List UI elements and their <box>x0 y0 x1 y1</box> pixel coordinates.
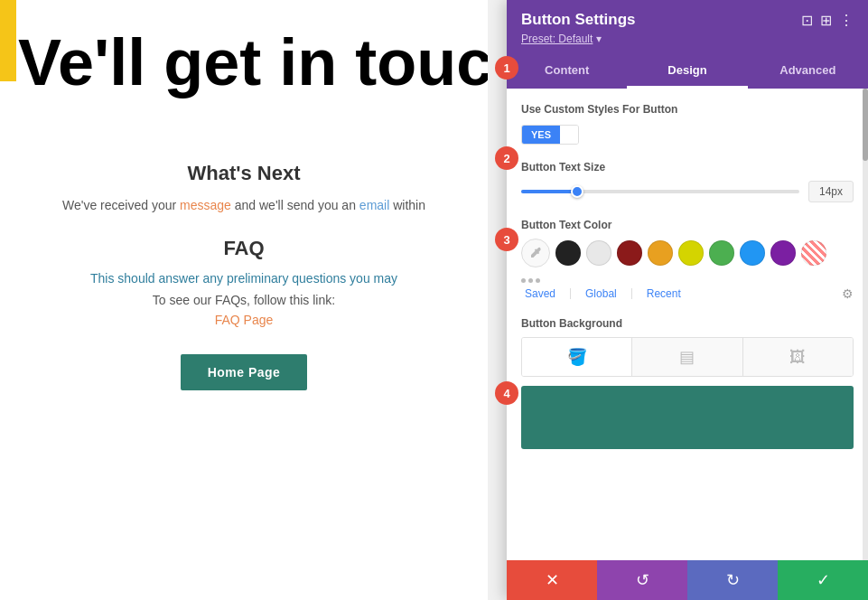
faq-page-link[interactable]: FAQ Page <box>27 313 461 327</box>
step-2-circle: 2 <box>495 146 518 170</box>
redo-button[interactable]: ↻ <box>687 560 778 600</box>
whats-next-title: What's Next <box>27 162 461 185</box>
panel-body: Use Custom Styles For Button YES Button … <box>507 89 868 560</box>
bg-option-image[interactable]: 🖼 <box>743 338 853 376</box>
cancel-button[interactable]: ✕ <box>507 560 597 600</box>
custom-styles-section: Use Custom Styles For Button YES <box>521 103 854 145</box>
bg-color-preview[interactable] <box>521 386 854 449</box>
faq-link-intro: To see our FAQs, follow this link: <box>27 293 461 307</box>
undo-icon: ↺ <box>636 570 649 590</box>
tab-content[interactable]: Content <box>507 54 627 89</box>
eyedropper-icon[interactable] <box>521 239 550 267</box>
color-swatches-row <box>521 239 854 267</box>
slider-thumb[interactable] <box>571 185 583 198</box>
image-icon: 🖼 <box>789 348 806 367</box>
faq-description: This should answer any preliminary quest… <box>27 271 461 286</box>
tab-divider-2 <box>631 288 632 299</box>
main-content: What's Next We've received your message … <box>0 108 488 417</box>
step-3-circle: 3 <box>495 228 518 251</box>
confirm-icon: ✓ <box>817 570 830 590</box>
color-swatch-blue[interactable] <box>740 240 765 266</box>
color-swatch-purple[interactable] <box>770 240 796 266</box>
paint-bucket-icon: 🪣 <box>567 347 587 367</box>
color-settings-gear-icon[interactable]: ⚙ <box>842 286 854 301</box>
panel-footer: ✕ ↺ ↻ ✓ <box>507 560 868 600</box>
text-color-label: Button Text Color <box>521 219 854 231</box>
hero-heading: Ve'll get in touch <box>18 9 488 108</box>
bg-label: Button Background <box>521 317 854 330</box>
panel-header-icons: ⊡ ⊞ ⋮ <box>801 12 854 29</box>
confirm-button[interactable]: ✓ <box>778 560 868 600</box>
toggle-yes[interactable]: YES <box>522 126 560 144</box>
color-swatch-white[interactable] <box>586 240 611 266</box>
cancel-icon: ✕ <box>546 570 559 590</box>
bg-type-options: 🪣 ▤ 🖼 <box>521 337 854 377</box>
slider-value[interactable]: 14px <box>808 181 854 202</box>
bg-option-gradient[interactable]: ▤ <box>632 338 742 376</box>
yellow-accent-bar <box>0 0 16 81</box>
home-page-button[interactable]: Home Page <box>181 354 308 390</box>
minimize-icon[interactable]: ⊡ <box>801 12 813 29</box>
color-tab-global[interactable]: Global <box>585 287 617 300</box>
color-sub-tabs: Saved Global Recent ⚙ <box>521 286 854 301</box>
toggle-row: YES <box>521 125 854 145</box>
toggle-no[interactable] <box>560 126 578 144</box>
color-swatch-yellow[interactable] <box>678 240 704 266</box>
expand-icon[interactable]: ⊞ <box>820 12 832 29</box>
tab-advanced[interactable]: Advanced <box>748 54 868 89</box>
scrollbar[interactable] <box>863 89 868 560</box>
color-swatch-dark-red[interactable] <box>617 240 642 266</box>
slider-fill <box>521 190 577 193</box>
panel-tabs: Content Design Advanced <box>507 54 868 89</box>
color-swatch-custom[interactable] <box>801 240 826 266</box>
description-text: We've received your message and we'll se… <box>27 196 461 215</box>
gradient-icon: ▤ <box>679 347 695 367</box>
bg-option-color[interactable]: 🪣 <box>522 338 632 376</box>
page-background: Ve'll get in touch What's Next We've rec… <box>0 0 488 600</box>
preset-selector[interactable]: Preset: Default ▾ <box>521 33 854 45</box>
tab-divider-1 <box>570 288 571 299</box>
step-1-circle: 1 <box>495 56 518 80</box>
yes-no-toggle[interactable]: YES <box>521 125 579 145</box>
more-colors-dots[interactable] <box>521 275 550 286</box>
slider-track[interactable] <box>521 190 799 193</box>
faq-title: FAQ <box>27 237 461 260</box>
panel-header: Button Settings ⊡ ⊞ ⋮ Preset: Default ▾ <box>507 0 868 54</box>
step-4-circle: 4 <box>495 381 518 405</box>
redo-icon: ↻ <box>726 570 740 590</box>
undo-button[interactable]: ↺ <box>597 560 687 600</box>
panel-title: Button Settings <box>521 11 636 29</box>
slider-container: 14px <box>521 181 854 202</box>
tab-design[interactable]: Design <box>627 54 747 89</box>
color-tab-saved[interactable]: Saved <box>525 287 555 300</box>
color-tab-recent[interactable]: Recent <box>647 287 681 300</box>
custom-styles-label: Use Custom Styles For Button <box>521 103 854 116</box>
button-settings-panel: 1 2 3 4 Button Settings ⊡ ⊞ ⋮ Preset: De… <box>507 0 868 600</box>
color-swatch-orange[interactable] <box>648 240 673 266</box>
text-size-label: Button Text Size <box>521 161 854 173</box>
background-section: Button Background 🪣 ▤ 🖼 <box>521 317 854 449</box>
text-color-section: Button Text Color <box>521 219 854 301</box>
text-size-section: Button Text Size 14px <box>521 161 854 202</box>
more-options-icon[interactable]: ⋮ <box>839 12 854 29</box>
color-swatch-black[interactable] <box>555 240 581 266</box>
scrollbar-thumb[interactable] <box>863 89 868 161</box>
color-swatch-green[interactable] <box>709 240 734 266</box>
